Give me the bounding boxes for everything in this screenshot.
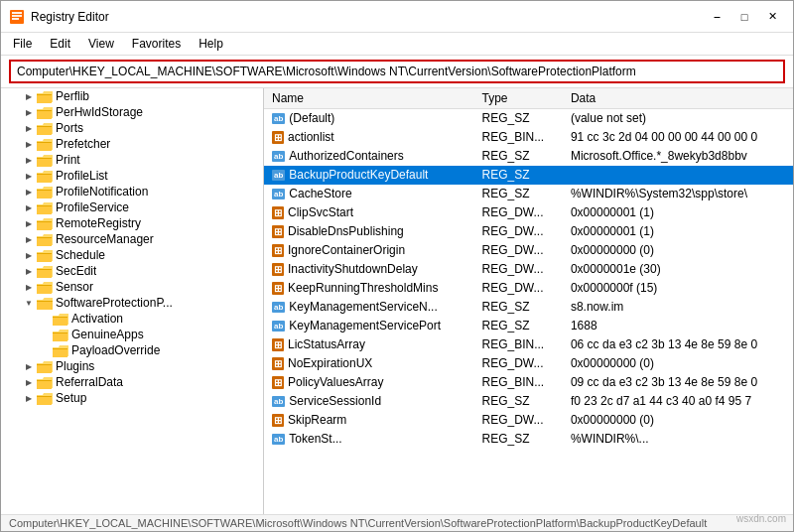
- col-data: Data: [563, 88, 793, 109]
- expand-icon: ▶: [21, 394, 37, 403]
- tree-item[interactable]: ▶ReferralData: [1, 374, 263, 390]
- table-row[interactable]: ⊞LicStatusArrayREG_BIN...06 cc da e3 c2 …: [264, 335, 793, 354]
- table-row[interactable]: abBackupProductKeyDefaultREG_SZ: [264, 166, 793, 185]
- address-bar[interactable]: Computer\HKEY_LOCAL_MACHINE\SOFTWARE\Mic…: [9, 60, 785, 83]
- table-row[interactable]: abKeyManagementServiceN...REG_SZs8.now.i…: [264, 298, 793, 317]
- entry-name: abKeyManagementServiceN...: [264, 298, 474, 317]
- entry-data: 0x00000000 (0): [563, 411, 793, 430]
- bin-icon: ⊞: [272, 338, 284, 351]
- expand-icon: ▶: [21, 267, 37, 276]
- tree-item[interactable]: PayloadOverride: [1, 342, 263, 358]
- entry-type: REG_BIN...: [474, 128, 563, 147]
- tree-item[interactable]: Activation: [1, 311, 263, 327]
- col-type: Type: [474, 88, 563, 109]
- status-text: Computer\HKEY_LOCAL_MACHINE\SOFTWARE\Mic…: [9, 517, 707, 529]
- table-row[interactable]: ⊞NoExpirationUXREG_DW...0x00000000 (0): [264, 354, 793, 373]
- tree-item[interactable]: ▶ResourceManager: [1, 231, 263, 247]
- svg-rect-2: [12, 15, 22, 17]
- folder-icon: [37, 186, 53, 199]
- entry-name: ⊞NoExpirationUX: [264, 354, 474, 373]
- table-row[interactable]: ab(Default)REG_SZ(value not set): [264, 109, 793, 128]
- tree-item-label: Setup: [56, 391, 86, 405]
- ab-icon: ab: [272, 434, 285, 445]
- tree-item-label: Ports: [56, 121, 83, 135]
- table-row[interactable]: ⊞ClipSvcStartREG_DW...0x00000001 (1): [264, 203, 793, 222]
- tree-item-label: SecEdit: [56, 264, 96, 278]
- entry-name-text: SkipRearm: [288, 413, 346, 427]
- entry-type: REG_DW...: [474, 411, 563, 430]
- table-row[interactable]: abServiceSessionIdREG_SZf0 23 2c d7 a1 4…: [264, 392, 793, 411]
- table-row[interactable]: ⊞actionlistREG_BIN...91 cc 3c 2d 04 00 0…: [264, 128, 793, 147]
- entry-data: 0x00000001 (1): [563, 222, 793, 241]
- tree-item-label: Print: [56, 153, 80, 167]
- tree-item[interactable]: ▶Prefetcher: [1, 136, 263, 152]
- folder-icon: [37, 122, 53, 135]
- minimize-button[interactable]: ‒: [704, 7, 729, 27]
- entry-type: REG_SZ: [474, 166, 563, 185]
- table-row[interactable]: ⊞InactivityShutdownDelayREG_DW...0x00000…: [264, 260, 793, 279]
- table-row[interactable]: abCacheStoreREG_SZ%WINDIR%\System32\spp\…: [264, 185, 793, 203]
- ab-icon: ab: [272, 302, 285, 313]
- folder-icon: [37, 106, 53, 119]
- expand-icon: ▶: [21, 203, 37, 212]
- entry-name-text: BackupProductKeyDefault: [289, 168, 428, 182]
- entry-name: ⊞DisableDnsPublishing: [264, 222, 474, 241]
- tree-item[interactable]: ▶PerHwIdStorage: [1, 104, 263, 120]
- menu-help[interactable]: Help: [191, 35, 231, 53]
- entry-type: REG_DW...: [474, 222, 563, 241]
- table-row[interactable]: abAuthorizedContainersREG_SZMicrosoft.Of…: [264, 147, 793, 166]
- registry-editor-window: Registry Editor ‒ □ ✕ File Edit View Fav…: [0, 0, 794, 532]
- expand-icon: ▶: [21, 140, 37, 149]
- tree-item-label: ProfileService: [56, 200, 129, 214]
- maximize-button[interactable]: □: [731, 7, 757, 27]
- tree-item[interactable]: ▶Schedule: [1, 247, 263, 263]
- table-row[interactable]: abTokenSt...REG_SZ%WINDIR%\...: [264, 430, 793, 449]
- folder-icon: [37, 170, 53, 183]
- menu-file[interactable]: File: [5, 35, 40, 53]
- table-row[interactable]: ⊞IgnoreContainerOriginREG_DW...0x0000000…: [264, 241, 793, 260]
- entry-name: ⊞PolicyValuesArray: [264, 373, 474, 392]
- tree-item[interactable]: ▶Perflib: [1, 88, 263, 104]
- tree-item[interactable]: GenuineApps: [1, 327, 263, 342]
- bin-icon: ⊞: [272, 131, 284, 144]
- folder-icon: [53, 344, 68, 357]
- entry-type: REG_SZ: [474, 430, 563, 449]
- table-row[interactable]: ⊞PolicyValuesArrayREG_BIN...09 cc da e3 …: [264, 373, 793, 392]
- close-button[interactable]: ✕: [759, 7, 785, 27]
- watermark: wsxdn.com: [736, 513, 786, 524]
- menu-view[interactable]: View: [80, 35, 122, 53]
- tree-item[interactable]: ▶Plugins: [1, 358, 263, 374]
- tree-item[interactable]: ▶ProfileList: [1, 168, 263, 184]
- expand-icon: ▶: [21, 156, 37, 165]
- table-row[interactable]: ⊞DisableDnsPublishingREG_DW...0x00000001…: [264, 222, 793, 241]
- table-row[interactable]: abKeyManagementServicePortREG_SZ1688: [264, 317, 793, 335]
- tree-item-label: ResourceManager: [56, 232, 154, 246]
- table-row[interactable]: ⊞SkipRearmREG_DW...0x00000000 (0): [264, 411, 793, 430]
- entry-name: abTokenSt...: [264, 430, 474, 449]
- tree-pane[interactable]: ▶Perflib▶PerHwIdStorage▶Ports▶Prefetcher…: [1, 88, 264, 514]
- folder-icon: [37, 265, 53, 278]
- tree-item[interactable]: ▼SoftwareProtectionP...: [1, 295, 263, 311]
- menu-favorites[interactable]: Favorites: [124, 35, 189, 53]
- menu-edit[interactable]: Edit: [42, 35, 78, 53]
- tree-item[interactable]: ▶Ports: [1, 120, 263, 136]
- entry-type: REG_SZ: [474, 298, 563, 317]
- tree-item[interactable]: ▶ProfileService: [1, 200, 263, 215]
- entry-name: abCacheStore: [264, 185, 474, 203]
- tree-item-label: Perflib: [56, 89, 89, 103]
- expand-icon: ▶: [21, 378, 37, 387]
- expand-icon: ▶: [21, 188, 37, 197]
- entry-name-text: LicStatusArray: [288, 337, 365, 351]
- tree-item[interactable]: ▶RemoteRegistry: [1, 215, 263, 231]
- entry-name-text: KeyManagementServicePort: [289, 319, 441, 332]
- tree-item[interactable]: ▶Setup: [1, 390, 263, 406]
- table-row[interactable]: ⊞KeepRunningThresholdMinsREG_DW...0x0000…: [264, 279, 793, 298]
- tree-item[interactable]: ▶ProfileNotification: [1, 184, 263, 200]
- entry-name-text: IgnoreContainerOrigin: [288, 243, 405, 257]
- tree-item[interactable]: ▶Print: [1, 152, 263, 168]
- tree-item-label: Sensor: [56, 280, 93, 294]
- tree-item[interactable]: ▶SecEdit: [1, 263, 263, 279]
- registry-rows: ab(Default)REG_SZ(value not set)⊞actionl…: [264, 109, 793, 449]
- tree-item[interactable]: ▶Sensor: [1, 279, 263, 295]
- detail-pane[interactable]: Name Type Data ab(Default)REG_SZ(value n…: [264, 88, 793, 514]
